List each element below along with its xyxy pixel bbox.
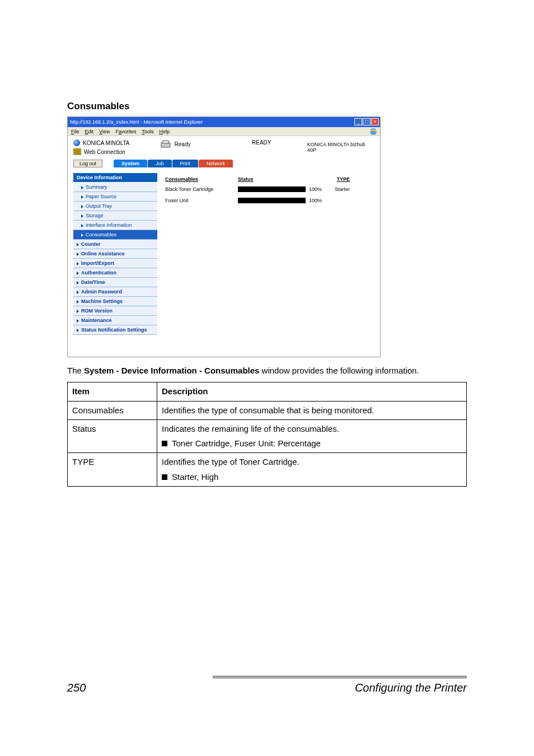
svg-rect-2 bbox=[163, 141, 168, 143]
main-content: Consumables Status TYPE Black Toner Cart… bbox=[165, 173, 374, 335]
table-header-item: Item bbox=[68, 382, 157, 401]
consumable-row: Fuser Unit 100% bbox=[165, 198, 374, 203]
ie-logo-icon bbox=[369, 127, 378, 136]
sidebar-item-consumables[interactable]: Consumables bbox=[73, 230, 157, 240]
nav-tabs: System Job Print Network bbox=[114, 160, 233, 167]
sidebar-item-machine-settings[interactable]: Machine Settings bbox=[73, 297, 157, 306]
menu-favorites[interactable]: Favorites bbox=[115, 129, 136, 134]
sidebar-item-rom-version[interactable]: ROM Version bbox=[73, 306, 157, 316]
square-bullet-icon bbox=[162, 441, 167, 446]
sidebar-header[interactable]: Device Information bbox=[73, 173, 157, 183]
brand-name-text: KONICA MINOLTA bbox=[83, 140, 130, 146]
col-header-consumables: Consumables bbox=[165, 176, 238, 182]
pagescope-text: Web Connection bbox=[84, 149, 125, 155]
maximize-icon[interactable]: □ bbox=[363, 118, 371, 125]
sidebar-item-output-tray[interactable]: Output Tray bbox=[73, 202, 157, 211]
tab-system[interactable]: System bbox=[114, 160, 148, 167]
tab-print[interactable]: Print bbox=[172, 160, 199, 167]
browser-menubar: File Edit View Favorites Tools Help bbox=[68, 127, 380, 136]
sidebar-item-summary[interactable]: Summary bbox=[73, 183, 157, 192]
pagescope-icon bbox=[73, 148, 81, 155]
cell-item: Consumables bbox=[68, 401, 157, 419]
consumable-row: Black Toner Cartridge 100% Starter bbox=[165, 186, 374, 192]
cell-item: TYPE bbox=[68, 453, 157, 487]
sidebar-item-interface-information[interactable]: Interface Information bbox=[73, 221, 157, 230]
logout-button[interactable]: Log out bbox=[73, 160, 102, 167]
caption-paragraph: The System - Device Information - Consum… bbox=[67, 365, 467, 376]
table-row: TYPE Identifies the type of Toner Cartri… bbox=[68, 453, 467, 487]
menu-file[interactable]: File bbox=[71, 129, 79, 134]
window-titlebar: http://192.168.1.2/a_index.html - Micros… bbox=[68, 117, 380, 127]
sidebar-item-counter[interactable]: Counter bbox=[73, 240, 157, 249]
cell-desc: Identifies the type of consumable that i… bbox=[157, 401, 467, 419]
sidebar: Device Information Summary Paper Source … bbox=[73, 173, 157, 335]
consumable-name: Fuser Unit bbox=[165, 198, 238, 203]
svg-point-0 bbox=[370, 128, 377, 135]
cell-item: Status bbox=[68, 419, 157, 453]
printer-icon bbox=[160, 139, 171, 148]
square-bullet-icon bbox=[162, 474, 167, 480]
tab-job[interactable]: Job bbox=[148, 160, 172, 167]
col-header-status: Status bbox=[238, 176, 322, 182]
sidebar-item-status-notification-settings[interactable]: Status Notification Settings bbox=[73, 325, 157, 335]
page-number: 250 bbox=[67, 682, 86, 694]
sidebar-item-maintenance[interactable]: Maintenance bbox=[73, 316, 157, 325]
table-row: Consumables Identifies the type of consu… bbox=[68, 401, 467, 419]
printer-model-text: KONICA MINOLTA bizhub 40P bbox=[307, 139, 374, 153]
sidebar-item-date-time[interactable]: Date/Time bbox=[73, 278, 157, 287]
window-title-text: http://192.168.1.2/a_index.html - Micros… bbox=[70, 119, 203, 125]
cell-desc: Identifies the type of Toner Cartridge. … bbox=[157, 453, 467, 487]
consumable-type: Starter bbox=[322, 186, 350, 192]
status-pct: 100% bbox=[306, 186, 322, 192]
consumable-name: Black Toner Cartridge bbox=[165, 186, 238, 192]
page-title: Configuring the Printer bbox=[355, 682, 467, 694]
status-bar bbox=[238, 198, 306, 203]
table-row: Status Indicates the remaining life of t… bbox=[68, 419, 467, 453]
tab-network[interactable]: Network bbox=[199, 160, 233, 167]
pagescope-brand: Web Connection bbox=[73, 148, 153, 155]
status-pct: 100% bbox=[306, 198, 322, 203]
cell-desc: Indicates the remaining life of the cons… bbox=[157, 419, 467, 453]
ready-label: Ready bbox=[175, 141, 191, 147]
sidebar-item-authentication[interactable]: Authentication bbox=[73, 268, 157, 278]
embedded-screenshot: http://192.168.1.2/a_index.html - Micros… bbox=[67, 116, 381, 357]
minimize-icon[interactable]: _ bbox=[354, 118, 362, 125]
table-header-description: Description bbox=[157, 382, 467, 401]
km-globe-icon bbox=[73, 139, 80, 146]
sidebar-item-import-export[interactable]: Import/Export bbox=[73, 259, 157, 268]
col-header-type: TYPE bbox=[322, 176, 350, 182]
sidebar-item-admin-password[interactable]: Admin Password bbox=[73, 287, 157, 297]
sidebar-item-online-assistance[interactable]: Online Assistance bbox=[73, 249, 157, 259]
status-bar bbox=[238, 186, 306, 192]
menu-tools[interactable]: Tools bbox=[142, 129, 153, 134]
konica-minolta-brand: KONICA MINOLTA bbox=[73, 139, 153, 146]
info-table: Item Description Consumables Identifies … bbox=[67, 382, 467, 487]
section-heading: Consumables bbox=[67, 101, 467, 112]
menu-edit[interactable]: Edit bbox=[85, 129, 94, 134]
ready-status: READY bbox=[252, 139, 291, 146]
menu-view[interactable]: View bbox=[99, 129, 110, 134]
menu-help[interactable]: Help bbox=[159, 129, 170, 134]
close-icon[interactable]: × bbox=[371, 118, 379, 125]
sidebar-item-paper-source[interactable]: Paper Source bbox=[73, 192, 157, 202]
sidebar-item-storage[interactable]: Storage bbox=[73, 211, 157, 221]
